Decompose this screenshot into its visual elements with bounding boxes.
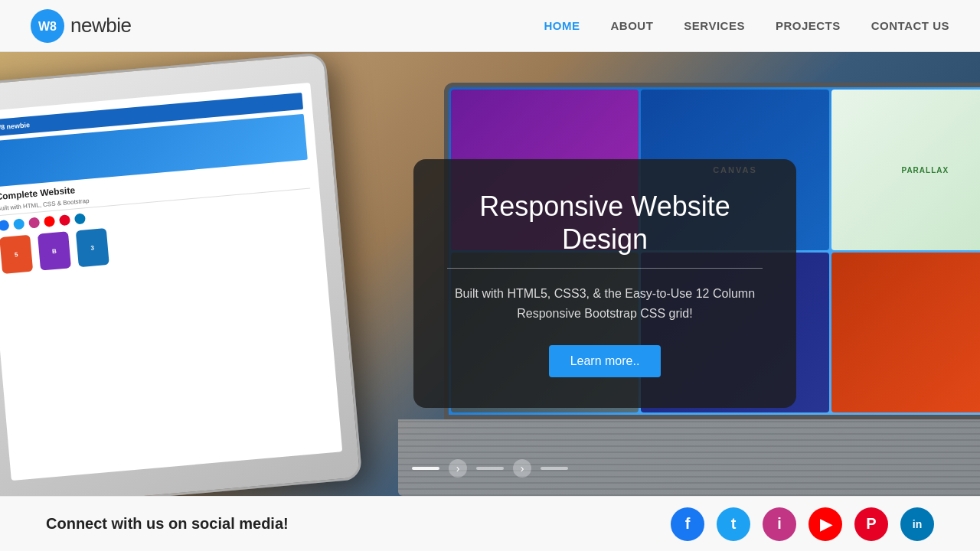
screen-tile-3 — [831, 90, 980, 250]
screen-tile-6 — [831, 253, 980, 413]
tablet-pin-icon — [59, 214, 70, 226]
slider-dot-3[interactable] — [541, 467, 568, 470]
css3-badge: 3 — [76, 228, 109, 267]
tablet-logo: W8 newbie — [0, 121, 30, 132]
linkedin-icon[interactable]: in — [900, 507, 934, 541]
nav-home[interactable]: HOME — [544, 19, 580, 32]
laptop-keyboard — [398, 419, 980, 496]
nav-services[interactable]: SERVICES — [684, 19, 745, 32]
hero-overlay-card: Responsive Website Design Built with HTM… — [413, 159, 796, 408]
social-icons-row: f t i ▶ P in — [671, 507, 934, 541]
bottom-bar: Connect with us on social media! f t i ▶… — [0, 496, 980, 551]
social-connect-text: Connect with us on social media! — [46, 515, 648, 533]
tablet-yt-icon — [44, 216, 55, 227]
tablet-mockup: W8 newbie Complete Website Built with HT… — [0, 52, 362, 496]
pinterest-icon[interactable]: P — [854, 507, 888, 541]
facebook-label: f — [685, 515, 691, 533]
site-header: W8 newbie HOME ABOUT SERVICES PROJECTS C… — [0, 0, 980, 52]
twitter-icon[interactable]: t — [717, 507, 750, 541]
logo-text: newbie — [70, 14, 131, 37]
hero-subtitle: Built with HTML5, CSS3, & the Easy-to-Us… — [447, 284, 763, 323]
slider-dot-1[interactable] — [412, 467, 439, 470]
nav-about[interactable]: ABOUT — [611, 19, 654, 32]
hero-divider — [447, 268, 763, 269]
linkedin-label: in — [913, 518, 922, 530]
twitter-label: t — [731, 515, 737, 533]
bootstrap-badge: B — [38, 231, 71, 270]
html5-badge: 5 — [0, 235, 33, 274]
hero-section: W8 newbie Complete Website Built with HT… — [0, 52, 980, 496]
pinterest-label: P — [866, 515, 876, 533]
slider-arrow-right-2[interactable]: › — [513, 459, 531, 478]
logo-icon: W8 — [31, 9, 64, 43]
main-nav: HOME ABOUT SERVICES PROJECTS CONTACT US — [544, 19, 950, 32]
nav-contact[interactable]: CONTACT US — [871, 19, 949, 32]
tablet-li-icon — [74, 213, 86, 224]
instagram-label: i — [777, 515, 782, 533]
instagram-icon[interactable]: i — [763, 507, 796, 541]
tablet-tw-icon — [13, 218, 24, 230]
learn-more-button[interactable]: Learn more.. — [549, 345, 662, 377]
slider-dot-2[interactable] — [476, 467, 504, 470]
svg-text:W8: W8 — [38, 20, 57, 33]
slider-arrow-right[interactable]: › — [449, 459, 467, 478]
youtube-icon[interactable]: ▶ — [808, 507, 842, 541]
hero-title: Responsive Website Design — [447, 190, 763, 256]
slider-dots: › › — [412, 459, 568, 478]
tablet-ig-icon — [28, 217, 40, 229]
tablet-screen: W8 newbie Complete Website Built with HT… — [0, 83, 342, 481]
logo-area[interactable]: W8 newbie — [31, 9, 131, 43]
nav-projects[interactable]: PROJECTS — [776, 19, 841, 32]
facebook-icon[interactable]: f — [671, 507, 704, 541]
youtube-label: ▶ — [820, 515, 831, 533]
tablet-fb-icon — [0, 220, 9, 231]
